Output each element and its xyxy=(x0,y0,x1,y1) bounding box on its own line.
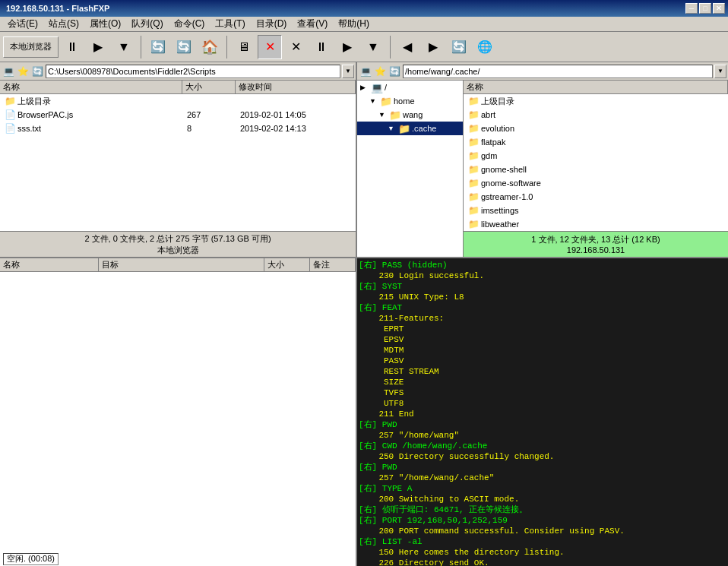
stop-btn[interactable]: 🔄 xyxy=(172,35,196,59)
log-panel: [右] PASS (hidden) 230 Login successful. … xyxy=(357,258,728,566)
table-row[interactable]: 📁gdm xyxy=(464,149,728,163)
right-file-list: 📁上级目录 📁abrt 📁evolution 📁flatpak xyxy=(464,94,728,231)
menu-item-h[interactable]: 帮助(H) xyxy=(334,16,374,32)
local-browser-btn[interactable]: 本地浏览器 xyxy=(3,36,59,58)
log-line: [右] 侦听于端口: 64671, 正在等候连接。 xyxy=(359,504,726,515)
table-row[interactable]: 📁libweather xyxy=(464,217,728,231)
left-addr-icons: 💻 ⭐ 🔄 xyxy=(2,65,44,78)
queue-col-note[interactable]: 备注 xyxy=(310,258,356,271)
log-line: [右] LIST -al xyxy=(359,536,726,547)
disconnect-btn[interactable]: ✕ xyxy=(258,35,282,59)
idle-status: 空闲. (00:08) xyxy=(3,553,59,565)
folder-icon-wang: 📁 xyxy=(389,109,401,121)
menu-item-c[interactable]: 命令(C) xyxy=(169,16,210,32)
right-addr-icon1[interactable]: 💻 xyxy=(359,65,372,78)
table-row[interactable]: 📁上级目录 xyxy=(0,94,356,108)
menu-item-o[interactable]: 属性(O) xyxy=(85,16,125,32)
directory-tree: ▶ 💻 / ▼ 📁 home ▼ 📁 wang xyxy=(357,81,464,257)
home-btn[interactable]: 🏠 xyxy=(198,35,222,59)
log-line: TVFS xyxy=(359,387,726,398)
right-address-bar: 💻 ⭐ 🔄 ▼ xyxy=(357,62,728,81)
left-col-time[interactable]: 修改时间 xyxy=(236,81,356,93)
refresh-btn-left[interactable]: 🔄 xyxy=(146,35,170,59)
more-btn[interactable]: ▼ xyxy=(112,35,136,59)
pause-remote-btn[interactable]: ⏸ xyxy=(309,35,334,59)
left-addr-icon1[interactable]: 💻 xyxy=(2,65,15,78)
main-content: 💻 ⭐ 🔄 ▼ 名称 大小 修改时间 📁上级目录 xyxy=(0,62,728,551)
menu-item-v[interactable]: 查看(V) xyxy=(293,16,332,32)
left-status-line2: 本地浏览器 xyxy=(157,245,199,256)
menu-item-e[interactable]: 会话(E) xyxy=(3,16,43,32)
play-btn[interactable]: ▶ xyxy=(86,35,110,59)
table-row[interactable]: 📁abrt xyxy=(464,108,728,122)
right-path-input[interactable] xyxy=(403,65,713,78)
tree-label-home: home xyxy=(394,96,415,106)
log-line: PASV xyxy=(359,356,726,366)
tree-item-root[interactable]: ▶ 💻 / xyxy=(357,81,463,94)
tree-item-wang[interactable]: ▼ 📁 wang xyxy=(357,108,463,122)
log-line: 150 Here comes the directory listing. xyxy=(359,547,726,558)
log-line: [右] PASS (hidden) xyxy=(359,260,726,270)
queue-col-size[interactable]: 大小 xyxy=(264,258,310,271)
menu-item-d[interactable]: 目录(D) xyxy=(252,16,292,32)
left-col-size[interactable]: 大小 xyxy=(182,81,236,93)
right-status-line1: 1 文件, 12 文件夹, 13 总计 (12 KB) xyxy=(531,234,660,245)
expand-home[interactable]: ▼ xyxy=(369,97,378,105)
close-button[interactable]: ✕ xyxy=(713,3,725,14)
cancel-btn[interactable]: ✕ xyxy=(283,35,308,59)
left-address-bar: 💻 ⭐ 🔄 ▼ xyxy=(0,62,356,81)
globe-btn[interactable]: 🌐 xyxy=(473,35,497,59)
folder-icon-home: 📁 xyxy=(380,96,392,107)
tree-item-cache[interactable]: ▼ 📁 .cache xyxy=(357,122,463,135)
left-path-input[interactable] xyxy=(46,65,340,78)
table-row[interactable]: 📄BrowserPAC.js 267 2019-02-01 14:05 xyxy=(0,108,356,122)
right-addr-icons: 💻 ⭐ 🔄 xyxy=(359,65,401,78)
refresh-remote-btn[interactable]: 🔄 xyxy=(447,35,471,59)
menu-bar: 会话(E)站点(S)属性(O)队列(Q)命令(C)工具(T)目录(D)查看(V)… xyxy=(0,17,728,32)
table-row[interactable]: 📁上级目录 xyxy=(464,94,728,108)
expand-cache[interactable]: ▼ xyxy=(388,125,397,132)
right-addr-bookmark[interactable]: ⭐ xyxy=(373,65,387,78)
bottom-section: 名称 目标 大小 备注 [右] PASS (hidden) 230 Login … xyxy=(0,258,728,566)
menu-item-s[interactable]: 站点(S) xyxy=(44,16,84,32)
menu-item-q[interactable]: 队列(Q) xyxy=(127,16,167,32)
right-path-dropdown[interactable]: ▼ xyxy=(714,65,726,78)
title-bar: 192.168.50.131 - FlashFXP ─ □ ✕ xyxy=(0,0,728,17)
table-row[interactable]: 📁gnome-shell xyxy=(464,163,728,176)
table-row[interactable]: 📄sss.txt 8 2019-02-02 14:13 xyxy=(0,122,356,135)
left-addr-refresh[interactable]: 🔄 xyxy=(30,65,44,78)
right-col-name[interactable]: 名称 xyxy=(464,81,728,93)
expand-wang[interactable]: ▼ xyxy=(378,111,388,119)
log-line: EPRT xyxy=(359,324,726,334)
table-row[interactable]: 📁gnome-software xyxy=(464,176,728,190)
queue-col-name[interactable]: 名称 xyxy=(0,258,99,271)
forward-btn[interactable]: ▶ xyxy=(421,35,445,59)
folder-icon-cache: 📁 xyxy=(398,123,410,134)
tree-item-home[interactable]: ▼ 📁 home xyxy=(357,94,463,108)
left-addr-bookmark[interactable]: ⭐ xyxy=(16,65,30,78)
table-row[interactable]: 📁gstreamer-1.0 xyxy=(464,190,728,204)
log-line: UTF8 xyxy=(359,398,726,409)
back-btn[interactable]: ◀ xyxy=(395,35,419,59)
table-row[interactable]: 📁flatpak xyxy=(464,135,728,149)
log-line: [右] FEAT xyxy=(359,302,726,313)
pause-btn[interactable]: ⏸ xyxy=(60,35,84,59)
left-path-dropdown[interactable]: ▼ xyxy=(342,65,354,78)
right-addr-refresh[interactable]: 🔄 xyxy=(388,65,401,78)
more-remote-btn[interactable]: ▼ xyxy=(361,35,385,59)
left-toolbar: 本地浏览器 ⏸ ▶ ▼ 🔄 🔄 🏠 xyxy=(3,35,222,59)
play-remote-btn[interactable]: ▶ xyxy=(335,35,359,59)
maximize-button[interactable]: □ xyxy=(699,3,711,14)
queue-col-target[interactable]: 目标 xyxy=(99,258,264,271)
minimize-button[interactable]: ─ xyxy=(685,3,698,14)
left-col-name[interactable]: 名称 xyxy=(0,81,182,93)
table-row[interactable]: 📁imsettings xyxy=(464,204,728,217)
left-file-list: 📁上级目录 📄BrowserPAC.js 267 2019-02-01 14:0… xyxy=(0,94,356,231)
log-line: [右] SYST xyxy=(359,281,726,292)
log-line: 211-Features: xyxy=(359,313,726,324)
menu-item-t[interactable]: 工具(T) xyxy=(210,16,249,32)
connect-btn[interactable]: 🖥 xyxy=(232,35,256,59)
table-row[interactable]: 📁evolution xyxy=(464,122,728,135)
expand-root[interactable]: ▶ xyxy=(360,84,369,91)
right-status-line2: 192.168.50.131 xyxy=(567,245,625,255)
